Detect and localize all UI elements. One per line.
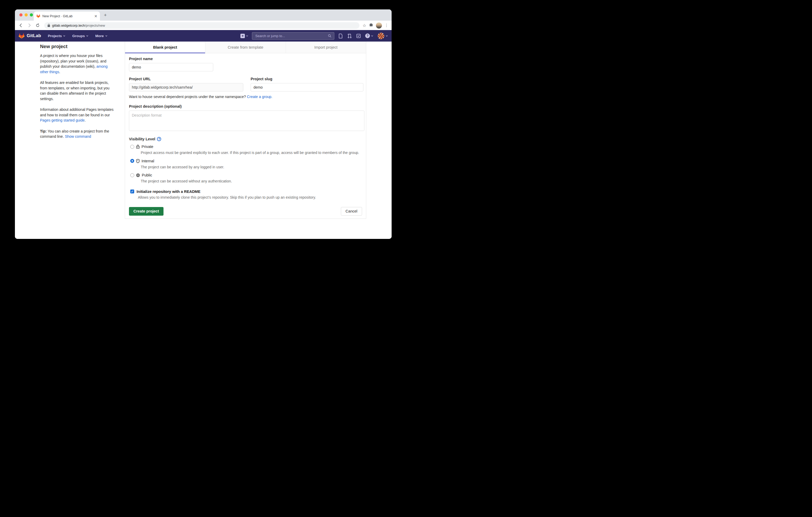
user-avatar [378, 33, 384, 39]
project-description-textarea[interactable] [129, 111, 365, 131]
readme-description: Allows you to immediately clone this pro… [138, 195, 364, 200]
project-name-input[interactable] [129, 63, 213, 71]
visibility-option-internal: Internal The project can be accessed by … [129, 159, 364, 170]
lock-icon [136, 145, 140, 149]
project-description-label: Project description (optional) [129, 104, 364, 109]
close-window-button[interactable] [19, 13, 23, 17]
private-description: Project access must be granted explicitl… [141, 150, 363, 155]
gitlab-logo[interactable]: GitLab [19, 33, 41, 39]
public-label: Public [142, 173, 152, 177]
gitlab-brand-name: GitLab [27, 33, 41, 38]
visibility-option-public: Public The project can be accessed witho… [129, 173, 364, 184]
private-radio[interactable] [130, 145, 134, 149]
pages-guide-link[interactable]: Pages getting started guide [40, 118, 85, 122]
browser-window: New Project · GitLab ✕ + gitlab.widgetco… [15, 9, 392, 239]
new-project-panel: Blank project Create from template Impor… [125, 41, 366, 219]
project-slug-label: Project slug [251, 77, 364, 81]
kebab-menu-icon[interactable]: ⋮ [384, 23, 388, 28]
chevron-down-icon [385, 35, 388, 37]
merge-request-icon[interactable] [347, 33, 352, 38]
readme-label: Initialize repository with a README [137, 189, 200, 194]
chevron-down-icon [63, 35, 65, 37]
project-url-input[interactable] [129, 83, 243, 91]
visibility-option-private: Private Project access must be granted e… [129, 145, 364, 155]
todos-icon[interactable] [356, 34, 361, 38]
public-radio[interactable] [130, 173, 134, 177]
search-icon [328, 34, 331, 38]
window-controls [19, 13, 33, 17]
nav-menu-more[interactable]: More [95, 34, 107, 38]
browser-profile-avatar[interactable] [376, 23, 382, 29]
browser-tab-strip: New Project · GitLab ✕ + [15, 9, 392, 21]
tab-title: New Project · GitLab [42, 14, 92, 18]
gitlab-favicon-icon [36, 14, 40, 18]
url-host: gitlab.widgetcorp.tech [52, 24, 85, 27]
cancel-button[interactable]: Cancel [341, 207, 362, 216]
back-icon[interactable] [18, 22, 24, 29]
tab-blank-project[interactable]: Blank project [125, 41, 205, 53]
chevron-down-icon [246, 35, 248, 37]
private-label: Private [142, 145, 153, 149]
plus-icon: + [240, 34, 245, 38]
url-bar[interactable]: gitlab.widgetcorp.tech/projects/new [44, 22, 359, 29]
visibility-level-label: Visibility Level [129, 137, 155, 141]
sidebar-paragraph: Information about additional Pages templ… [40, 107, 115, 123]
sidebar-paragraph: A project is where you house your files … [40, 53, 115, 74]
nav-menu-groups[interactable]: Groups [72, 34, 88, 38]
tanuki-icon [19, 33, 25, 39]
forward-icon[interactable] [26, 22, 33, 29]
tab-create-from-template[interactable]: Create from template [205, 41, 285, 53]
close-tab-icon[interactable]: ✕ [94, 14, 97, 18]
namespace-hint: Want to house several dependent projects… [129, 95, 364, 99]
help-menu[interactable]: ? [365, 33, 373, 38]
readme-checkbox[interactable]: ✓ [130, 189, 134, 193]
chevron-down-icon [86, 35, 88, 37]
chevron-down-icon [371, 35, 373, 37]
browser-tab[interactable]: New Project · GitLab ✕ [34, 11, 100, 21]
browser-toolbar: gitlab.widgetcorp.tech/projects/new ☆ ⋮ [15, 21, 392, 30]
tab-import-project[interactable]: Import project [286, 41, 366, 53]
create-project-button[interactable]: Create project [129, 207, 164, 216]
page-title: New project [40, 44, 115, 50]
new-menu-button[interactable]: + [240, 34, 248, 38]
help-icon: ? [365, 33, 370, 38]
internal-radio[interactable] [130, 159, 134, 163]
internal-label: Internal [142, 159, 154, 163]
public-description: The project can be accessed without any … [141, 179, 363, 184]
user-menu[interactable] [378, 33, 388, 39]
sidebar-tip: Tip: You can also create a project from … [40, 129, 115, 139]
project-slug-input[interactable] [251, 83, 364, 91]
extensions-icon[interactable] [369, 23, 373, 28]
blank-project-form: Project name Project URL Project slug Wa… [125, 53, 366, 216]
project-type-tabs: Blank project Create from template Impor… [125, 41, 366, 53]
create-a-group-link[interactable]: Create a group. [247, 95, 272, 99]
gitlab-navbar: GitLab Projects Groups More + [15, 30, 392, 41]
lock-icon [47, 24, 50, 27]
globe-icon [136, 173, 140, 177]
show-command-link[interactable]: Show command [65, 134, 91, 139]
page-content: New project A project is where you house… [15, 41, 392, 239]
new-project-sidebar: New project A project is where you house… [40, 42, 115, 145]
new-tab-button[interactable]: + [104, 12, 107, 18]
sidebar-paragraph: All features are enabled for blank proje… [40, 80, 115, 101]
minimize-window-button[interactable] [25, 13, 28, 17]
maximize-window-button[interactable] [30, 13, 33, 17]
internal-description: The project can be accessed by any logge… [141, 164, 363, 170]
project-url-label: Project URL [129, 77, 243, 81]
visibility-help-icon[interactable]: ? [157, 137, 161, 141]
shield-icon [136, 159, 140, 163]
issues-icon[interactable] [339, 33, 343, 38]
search-input[interactable] [255, 34, 328, 38]
reload-icon[interactable] [34, 22, 41, 29]
url-path: /projects/new [85, 24, 105, 27]
bookmark-star-icon[interactable]: ☆ [362, 23, 366, 28]
project-name-label: Project name [129, 57, 364, 61]
global-search[interactable] [252, 32, 334, 40]
chevron-down-icon [105, 35, 108, 37]
nav-menu-projects[interactable]: Projects [48, 34, 65, 38]
